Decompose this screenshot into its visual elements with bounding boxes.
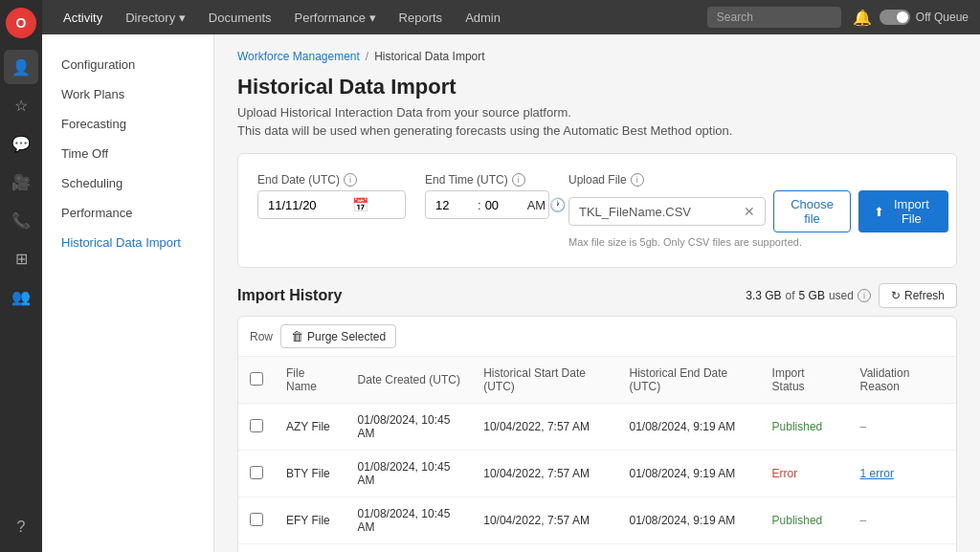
content-wrap: Configuration Work Plans Forecasting Tim…: [42, 34, 980, 552]
nav-scheduling[interactable]: Scheduling: [42, 168, 213, 198]
import-history-table-wrap: Row 🗑 Purge Selected File Name Date Crea…: [237, 316, 957, 552]
file-input-box[interactable]: ✕: [568, 197, 766, 226]
table-row: EFY File 01/08/2024, 10:45 AM 10/04/2022…: [238, 497, 956, 544]
cell-status-0: Published: [761, 404, 849, 451]
end-time-info-icon[interactable]: i: [512, 173, 525, 187]
nav-forecasting[interactable]: Forecasting: [42, 109, 213, 139]
cell-hist-start-1: 10/04/2022, 7:57 AM: [472, 451, 617, 497]
cell-validation-2: –: [849, 497, 956, 544]
ampm-label: AM: [527, 198, 546, 212]
import-file-button[interactable]: ⬆ Import File: [858, 190, 948, 232]
col-hist-start: Historical Start Date (UTC): [472, 357, 617, 404]
table-toolbar: Row 🗑 Purge Selected: [238, 317, 956, 357]
upload-arrow-icon: ⬆: [874, 205, 884, 219]
end-date-input-wrap[interactable]: 📅: [257, 190, 406, 219]
sidebar-icon-chat[interactable]: 💬: [4, 126, 38, 161]
sidebar-icon-user[interactable]: 👤: [4, 50, 38, 84]
upload-file-label: Upload File i: [568, 173, 948, 187]
cell-date-created-3: 01/08/2024, 10:45 AM: [346, 544, 473, 553]
row-checkbox-0[interactable]: [250, 419, 263, 432]
cell-validation-1[interactable]: 1 error: [849, 451, 956, 497]
cell-validation-0: –: [849, 404, 956, 451]
storage-info-icon[interactable]: i: [858, 289, 871, 302]
upload-file-group: Upload File i ✕ Choose file ⬆ Import: [568, 173, 948, 248]
cell-hist-start-2: 10/04/2022, 7:57 AM: [472, 497, 617, 544]
storage-total: 5 GB: [799, 289, 825, 302]
breadcrumb-separator: /: [366, 50, 368, 63]
purge-selected-button[interactable]: 🗑 Purge Selected: [280, 324, 396, 348]
nav-performance[interactable]: Performance: [42, 198, 213, 228]
app-logo: O: [6, 8, 36, 38]
end-time-minutes-input[interactable]: [485, 198, 523, 212]
cell-hist-end-0: 01/08/2024, 9:19 AM: [618, 404, 761, 451]
cell-hist-start-0: 10/04/2022, 7:57 AM: [472, 404, 617, 451]
end-time-input-wrap[interactable]: : AM 🕐: [425, 190, 549, 219]
trash-icon: 🗑: [291, 329, 303, 343]
table-row: KLY File 01/08/2024, 10:45 AM 10/04/2022…: [238, 544, 956, 553]
cell-file-name-0: AZY File: [275, 404, 346, 451]
nav-historical-data-import[interactable]: Historical Data Import: [42, 228, 213, 257]
nav-work-plans[interactable]: Work Plans: [42, 79, 213, 109]
end-date-group: End Date (UTC) i 📅: [257, 173, 406, 219]
end-time-hours-input[interactable]: [435, 198, 474, 212]
col-date-created: Date Created (UTC): [346, 357, 473, 404]
breadcrumb: Workforce Management / Historical Data I…: [237, 50, 957, 63]
cell-status-3: Published: [761, 544, 849, 553]
clear-icon[interactable]: ✕: [744, 204, 755, 219]
icon-sidebar: O 👤 ☆ 💬 🎥 📞 ⊞ 👥 ?: [0, 0, 42, 552]
storage-info: 3.3 GB of 5 GB used i: [746, 289, 871, 302]
end-date-input[interactable]: [268, 198, 345, 212]
status-badge-0: Published: [772, 420, 823, 433]
file-name-input[interactable]: [579, 205, 740, 219]
table-row: BTY File 01/08/2024, 10:45 AM 10/04/2022…: [238, 451, 956, 497]
status-badge-2: Published: [772, 514, 823, 527]
sidebar-icon-phone[interactable]: 📞: [4, 203, 38, 237]
sidebar-icon-people[interactable]: 👥: [4, 279, 38, 314]
right-actions: 3.3 GB of 5 GB used i ↻ Refresh: [746, 283, 957, 308]
import-history-title: Import History: [237, 287, 342, 304]
import-history-table: File Name Date Created (UTC) Historical …: [238, 357, 956, 552]
row-checkbox-1[interactable]: [250, 466, 263, 479]
end-date-info-icon[interactable]: i: [344, 173, 357, 187]
sidebar-icon-video[interactable]: 🎥: [4, 165, 38, 199]
sidebar-icon-grid[interactable]: ⊞: [4, 241, 38, 276]
cell-status-1: Error: [761, 451, 849, 497]
col-file-name: File Name: [275, 357, 346, 404]
calendar-icon[interactable]: 📅: [352, 197, 368, 212]
cell-hist-end-1: 01/08/2024, 9:19 AM: [618, 451, 761, 497]
upload-info-icon[interactable]: i: [631, 173, 644, 187]
col-validation: Validation Reason: [849, 357, 956, 404]
file-hint: Max file size is 5gb. Only CSV files are…: [568, 236, 948, 248]
main-content: Workforce Management / Historical Data I…: [214, 34, 980, 552]
upload-card: End Date (UTC) i 📅 End Time (UTC) i: [237, 153, 957, 268]
cell-file-name-3: KLY File: [275, 544, 346, 553]
cell-date-created-1: 01/08/2024, 10:45 AM: [346, 451, 473, 497]
clock-icon[interactable]: 🕐: [549, 197, 566, 212]
row-checkbox-2[interactable]: [250, 513, 263, 526]
cell-file-name-2: EFY File: [275, 497, 346, 544]
cell-hist-start-3: 10/04/2022, 7:57 AM: [472, 544, 617, 553]
refresh-button[interactable]: ↻ Refresh: [879, 283, 957, 308]
col-hist-end: Historical End Date (UTC): [618, 357, 761, 404]
end-time-label: End Time (UTC) i: [425, 173, 549, 187]
storage-used: 3.3 GB: [746, 289, 781, 302]
table-row: AZY File 01/08/2024, 10:45 AM 10/04/2022…: [238, 404, 956, 451]
refresh-icon: ↻: [891, 289, 901, 302]
page-desc-1: Upload Historical Interaction Data from …: [237, 105, 957, 120]
choose-file-button[interactable]: Choose file: [773, 190, 851, 232]
import-history-header: Import History 3.3 GB of 5 GB used i ↻ R…: [237, 283, 957, 308]
cell-date-created-2: 01/08/2024, 10:45 AM: [346, 497, 473, 544]
nav-configuration[interactable]: Configuration: [42, 50, 213, 79]
select-all-checkbox[interactable]: [250, 372, 263, 386]
status-badge-1: Error: [772, 467, 798, 480]
cell-status-2: Published: [761, 497, 849, 544]
sidebar-icon-help[interactable]: ?: [4, 510, 38, 544]
cell-hist-end-2: 01/08/2024, 9:19 AM: [618, 497, 761, 544]
form-row: End Date (UTC) i 📅 End Time (UTC) i: [257, 173, 937, 248]
breadcrumb-parent[interactable]: Workforce Management: [237, 50, 360, 63]
upload-input-row: ✕ Choose file ⬆ Import File: [568, 190, 948, 232]
breadcrumb-current: Historical Data Import: [374, 50, 484, 63]
sidebar-icon-star[interactable]: ☆: [4, 88, 38, 122]
cell-validation-3: –: [849, 544, 956, 553]
nav-time-off[interactable]: Time Off: [42, 139, 213, 168]
